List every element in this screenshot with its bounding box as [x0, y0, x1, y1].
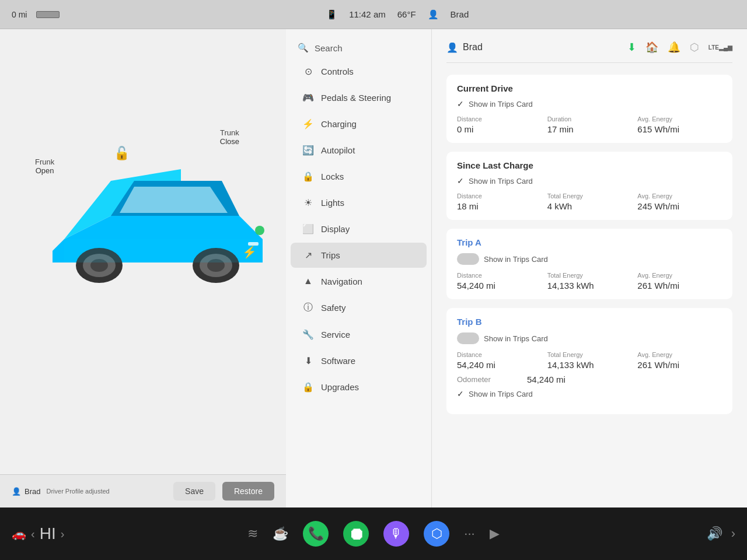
nav-item-lights[interactable]: ☀ Lights	[291, 190, 427, 215]
user-header: 👤 Brad ⬇ 🏠 🔔 ⬡ LTE▂▄▆	[446, 41, 732, 63]
lights-label: Lights	[321, 198, 344, 208]
profile-icon-status: 👤	[428, 9, 439, 20]
trip-a-total-energy: Total Energy 14,133 kWh	[547, 272, 632, 290]
safety-label: Safety	[321, 303, 346, 313]
locks-label: Locks	[321, 172, 344, 181]
profile-name-text: Brad	[25, 487, 40, 496]
nav-item-software[interactable]: ⬇ Software	[291, 348, 427, 373]
volume-icon[interactable]: 🔊	[707, 526, 722, 541]
trip-a-show-label[interactable]: Show in Trips Card	[484, 255, 548, 264]
current-drive-stats: Distance 0 mi Duration 17 min Avg. Energ…	[457, 116, 722, 134]
status-bar-left: 0 mi	[12, 10, 60, 19]
car-tab-icon[interactable]: 🚗	[12, 527, 26, 541]
charge-port-icon: ⚡	[242, 245, 257, 259]
bluetooth-button[interactable]: ⬡	[424, 521, 449, 547]
trip-a-distance-value: 54,240 mi	[457, 281, 542, 290]
slc-total-energy-value: 4 kWh	[547, 201, 632, 211]
restore-button[interactable]: Restore	[222, 482, 274, 501]
current-drive-show-label[interactable]: Show in Trips Card	[469, 100, 533, 108]
nav-item-display[interactable]: ⬜ Display	[291, 216, 427, 242]
autopilot-label: Autopilot	[321, 145, 355, 155]
trip-b-avg-energy-label: Avg. Energy	[637, 351, 722, 358]
trip-b-avg-energy-value: 261 Wh/mi	[637, 360, 722, 370]
current-drive-title: Current Drive	[457, 83, 722, 93]
lte-signal: LTE▂▄▆	[708, 44, 732, 51]
profile-icon: 👤	[12, 487, 21, 496]
slc-distance-label: Distance	[457, 192, 542, 200]
nav-item-locks[interactable]: 🔒 Locks	[291, 164, 427, 189]
slc-avg-energy-value: 245 Wh/mi	[637, 201, 722, 211]
current-drive-section: Current Drive ✓ Show in Trips Card Dista…	[446, 75, 732, 143]
download-icon: ⬇	[627, 41, 636, 54]
charging-label: Charging	[321, 119, 357, 129]
since-last-charge-show-label[interactable]: Show in Trips Card	[469, 177, 533, 186]
status-user-name: Brad	[451, 9, 469, 19]
taskbar-left: 🚗 ‹ HI ›	[12, 524, 82, 543]
heat-icon[interactable]: ≋	[247, 526, 258, 541]
nav-item-service[interactable]: 🔧 Service	[291, 322, 427, 347]
save-button[interactable]: Save	[173, 482, 215, 501]
nav-item-upgrades[interactable]: 🔒 Upgrades	[291, 374, 427, 400]
controls-icon: ⊙	[302, 66, 314, 77]
phone-button[interactable]: 📞	[303, 521, 329, 547]
trip-a-stats: Distance 54,240 mi Total Energy 14,133 k…	[457, 272, 722, 290]
trip-a-section: Trip A Show in Trips Card Distance 54,24…	[446, 229, 732, 299]
odometer-row: Odometer 54,240 mi	[457, 374, 722, 384]
bluetooth-header-icon: ⬡	[690, 41, 699, 54]
since-last-charge-show-row: ✓ Show in Trips Card	[457, 176, 722, 186]
nav-item-charging[interactable]: ⚡ Charging	[291, 111, 427, 136]
since-last-charge-stats: Distance 18 mi Total Energy 4 kWh Avg. E…	[457, 192, 722, 211]
odometer-show-label[interactable]: Show in Trips Card	[469, 390, 533, 398]
bell-icon: 🔔	[668, 41, 680, 54]
play-button[interactable]: ▶	[490, 526, 500, 541]
status-bar-center: 📱 11:42 am 66°F 👤 Brad	[60, 9, 735, 20]
odometer-value: 54,240 mi	[527, 374, 566, 384]
nav-item-trips[interactable]: ↗ Trips	[291, 243, 427, 268]
trip-a-avg-energy-label: Avg. Energy	[637, 272, 722, 279]
podcast-button[interactable]: 🎙	[383, 521, 409, 547]
phone-icon-status: 📱	[326, 9, 337, 20]
spotify-button[interactable]: ⏺	[343, 521, 369, 547]
upgrades-icon: 🔒	[302, 382, 314, 393]
bottom-controls: 👤 Brad Driver Profile adjusted Save Rest…	[0, 474, 286, 508]
lights-icon: ☀	[302, 197, 314, 208]
nav-item-safety[interactable]: ⓘ Safety	[291, 295, 427, 321]
odometer-reading: 0 mi	[12, 10, 27, 19]
coffee-icon[interactable]: ☕	[273, 526, 288, 541]
more-button[interactable]: ···	[464, 526, 474, 541]
trip-a-total-energy-label: Total Energy	[547, 272, 632, 279]
nav-item-controls[interactable]: ⊙ Controls	[291, 59, 427, 84]
trip-b-title: Trip B	[457, 317, 722, 327]
trip-b-section: Trip B Show in Trips Card Distance 54,24…	[446, 308, 732, 414]
software-label: Software	[321, 356, 355, 366]
trips-icon: ↗	[302, 250, 314, 261]
slc-distance: Distance 18 mi	[457, 192, 542, 211]
odometer-label: Odometer	[457, 375, 515, 384]
next-arrow[interactable]: ›	[61, 527, 65, 541]
forward-icon[interactable]: ›	[731, 526, 735, 541]
main-screen: 0 mi 📱 11:42 am 66°F 👤 Brad Trunk Close …	[0, 0, 747, 508]
slc-avg-energy: Avg. Energy 245 Wh/mi	[637, 192, 722, 211]
trip-b-toggle[interactable]	[457, 332, 479, 344]
avg-energy-value-cd: 615 Wh/mi	[637, 124, 722, 134]
nav-item-autopilot[interactable]: 🔄 Autopilot	[291, 138, 427, 163]
garage-icon: 🏠	[645, 41, 658, 54]
prev-arrow[interactable]: ‹	[31, 527, 35, 541]
current-drive-show-row: ✓ Show in Trips Card	[457, 99, 722, 108]
pedals-icon: 🎮	[302, 92, 314, 103]
charging-icon: ⚡	[302, 118, 314, 130]
avg-energy-label-cd: Avg. Energy	[637, 116, 722, 123]
taskbar: 🚗 ‹ HI › ≋ ☕ 📞 ⏺ 🎙 ⬡ ··· ▶ 🔊 ›	[0, 508, 747, 560]
since-last-charge-checkmark: ✓	[457, 176, 464, 186]
search-row[interactable]: 🔍 Search	[286, 38, 431, 58]
search-label: Search	[315, 43, 343, 53]
trip-b-show-label[interactable]: Show in Trips Card	[484, 334, 548, 343]
trip-a-toggle[interactable]	[457, 253, 479, 265]
trips-label: Trips	[321, 250, 340, 260]
since-last-charge-section: Since Last Charge ✓ Show in Trips Card D…	[446, 152, 732, 220]
nav-item-navigation[interactable]: ▲ Navigation	[291, 269, 427, 293]
nav-item-pedals[interactable]: 🎮 Pedals & Steering	[291, 85, 427, 110]
trip-a-distance-label: Distance	[457, 272, 542, 279]
current-drive-avg-energy: Avg. Energy 615 Wh/mi	[637, 116, 722, 134]
taskbar-center: ≋ ☕ 📞 ⏺ 🎙 ⬡ ··· ▶	[82, 521, 665, 547]
